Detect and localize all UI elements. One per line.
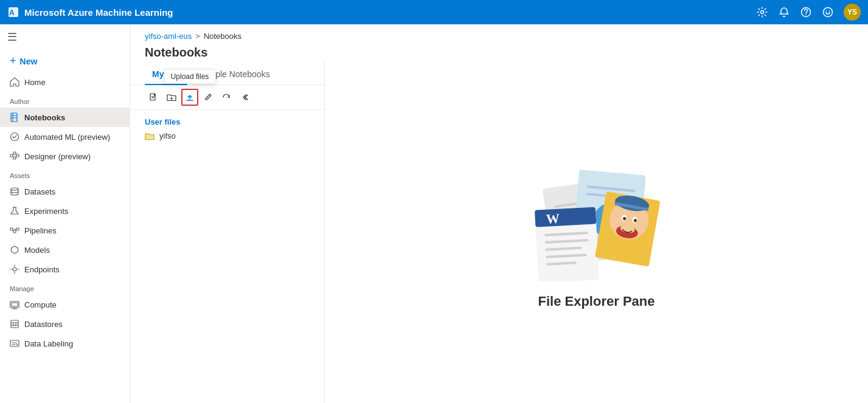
sidebar-item-datastores[interactable]: Datastores	[0, 314, 130, 334]
sidebar-item-compute[interactable]: Compute	[0, 295, 130, 314]
sidebar: ☰ + New Home Author Notebooks Automated …	[0, 24, 130, 403]
svg-point-2	[761, 11, 764, 14]
page-header: Notebooks	[130, 41, 868, 60]
explorer-title-part2: Pane	[623, 294, 655, 309]
svg-rect-22	[10, 340, 19, 346]
topbar-right: YS	[756, 4, 861, 21]
main-layout: ☰ + New Home Author Notebooks Automated …	[0, 24, 868, 403]
new-file-button[interactable]	[145, 89, 162, 106]
experiments-icon	[10, 206, 19, 216]
breadcrumb-separator: >	[195, 32, 200, 41]
new-button[interactable]: + New	[0, 50, 130, 72]
topbar-left: A Microsoft Azure Machine Learning	[7, 6, 173, 18]
notebooks-icon	[10, 112, 19, 122]
svg-rect-12	[16, 154, 19, 157]
sidebar-item-designer[interactable]: Designer (preview)	[0, 146, 130, 166]
sidebar-item-models[interactable]: Models	[0, 240, 130, 260]
list-item[interactable]: yifso	[130, 129, 324, 143]
sidebar-item-home[interactable]: Home	[0, 72, 130, 92]
user-files-label: User files	[130, 115, 324, 129]
notebooks-area: My files Sample Notebooks	[130, 60, 868, 403]
compute-label: Compute	[24, 300, 57, 309]
svg-point-5	[824, 8, 833, 17]
upload-button-wrapper: Upload files	[181, 89, 198, 106]
left-panel: My files Sample Notebooks	[130, 60, 325, 403]
breadcrumb-current: Notebooks	[204, 32, 241, 41]
svg-point-14	[11, 188, 18, 190]
tabs-bar: My files Sample Notebooks	[130, 64, 324, 85]
experiments-label: Experiments	[24, 207, 68, 216]
azure-logo-icon: A	[7, 6, 19, 18]
sidebar-item-automated-ml[interactable]: Automated ML (preview)	[0, 127, 130, 146]
settings-icon[interactable]	[756, 6, 768, 18]
page-title: Notebooks	[145, 46, 853, 60]
automated-ml-label: Automated ML (preview)	[24, 133, 110, 142]
svg-rect-8	[11, 113, 17, 122]
pipelines-label: Pipelines	[24, 226, 57, 235]
svg-text:W: W	[546, 210, 560, 226]
content-area: yifso-aml-eus > Notebooks Notebooks My f…	[130, 24, 868, 403]
datastores-label: Datastores	[24, 320, 63, 329]
help-icon[interactable]	[800, 6, 812, 18]
folder-icon	[145, 132, 155, 140]
svg-rect-20	[12, 303, 18, 306]
automated-ml-icon	[10, 132, 19, 142]
breadcrumb-workspace[interactable]: yifso-aml-eus	[145, 32, 192, 41]
breadcrumb: yifso-aml-eus > Notebooks	[130, 24, 868, 41]
svg-point-4	[805, 14, 807, 15]
sidebar-item-endpoints[interactable]: Endpoints	[0, 260, 130, 279]
data-labeling-label: Data Labeling	[24, 339, 73, 348]
svg-point-7	[829, 10, 830, 12]
endpoints-icon	[10, 264, 19, 274]
pipelines-icon	[10, 226, 19, 235]
sidebar-item-datasets[interactable]: Datasets	[0, 182, 130, 201]
plus-icon: +	[10, 55, 16, 67]
section-manage: Manage	[0, 279, 130, 295]
compute-icon	[10, 300, 19, 309]
section-author: Author	[0, 92, 130, 108]
new-label: New	[20, 57, 38, 66]
sidebar-item-data-labeling[interactable]: Data Labeling	[0, 334, 130, 353]
svg-rect-10	[10, 154, 13, 157]
refresh-button[interactable]	[218, 89, 235, 106]
models-label: Models	[24, 246, 50, 255]
notifications-icon[interactable]	[778, 6, 790, 18]
section-assets: Assets	[0, 166, 130, 182]
file-toolbar: Upload files	[130, 85, 324, 110]
svg-point-9	[11, 133, 19, 141]
explorer-pane-title: File Explorer Pane	[538, 294, 655, 309]
svg-text:A: A	[9, 9, 15, 17]
models-icon	[10, 245, 19, 255]
datasets-icon	[10, 187, 19, 196]
designer-label: Designer (preview)	[24, 152, 91, 161]
collapse-button[interactable]	[236, 89, 253, 106]
upload-tooltip: Upload files	[164, 69, 216, 84]
topbar: A Microsoft Azure Machine Learning YS	[0, 0, 868, 24]
sidebar-item-notebooks[interactable]: Notebooks	[0, 108, 130, 127]
sidebar-item-pipelines[interactable]: Pipelines	[0, 221, 130, 240]
svg-rect-16	[13, 230, 16, 233]
svg-rect-17	[16, 228, 19, 230]
avatar[interactable]: YS	[844, 4, 861, 21]
app-title: Microsoft Azure Machine Learning	[24, 7, 173, 18]
designer-icon	[10, 151, 19, 161]
notebooks-label: Notebooks	[24, 113, 65, 122]
sidebar-item-experiments[interactable]: Experiments	[0, 201, 130, 221]
new-folder-button[interactable]	[163, 89, 180, 106]
datastores-icon	[10, 319, 19, 329]
svg-rect-36	[534, 207, 595, 227]
svg-rect-13	[13, 157, 16, 159]
data-labeling-icon	[10, 339, 19, 348]
file-list: User files yifso	[130, 110, 324, 403]
hamburger-icon[interactable]: ☰	[0, 24, 130, 50]
folder-name: yifso	[159, 131, 176, 140]
right-panel: W	[325, 60, 868, 403]
datasets-label: Datasets	[24, 187, 55, 196]
svg-point-6	[826, 10, 827, 12]
edit-button[interactable]	[200, 89, 217, 106]
feedback-icon[interactable]	[822, 6, 834, 18]
endpoints-label: Endpoints	[24, 265, 60, 274]
explorer-title-part1: File Explorer	[538, 294, 619, 309]
home-label: Home	[24, 78, 46, 87]
upload-files-button[interactable]	[181, 89, 198, 106]
